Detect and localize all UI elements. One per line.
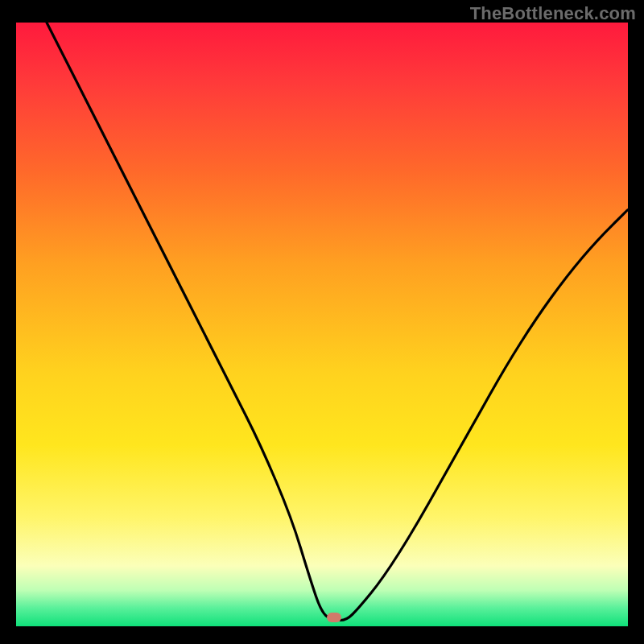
watermark-text: TheBottleneck.com [470,3,636,24]
curve-path [47,23,628,621]
optimum-marker [327,613,341,622]
chart-frame: TheBottleneck.com [0,0,644,644]
bottleneck-curve [16,23,628,626]
plot-area [16,23,628,626]
